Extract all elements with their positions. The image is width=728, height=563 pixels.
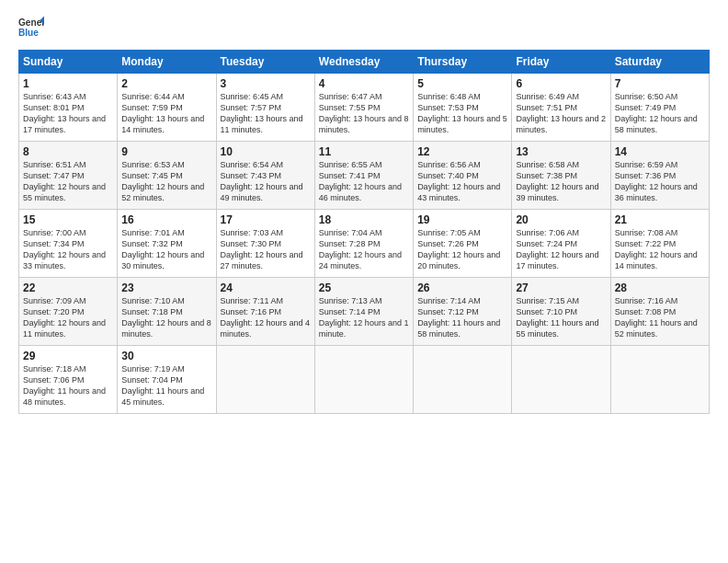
day-info: Sunrise: 7:08 AMSunset: 7:22 PMDaylight:… (615, 228, 698, 270)
day-number: 16 (121, 213, 211, 226)
day-info: Sunrise: 7:05 AMSunset: 7:26 PMDaylight:… (417, 228, 500, 270)
weekday-header-wednesday: Wednesday (314, 51, 413, 74)
day-info: Sunrise: 6:50 AMSunset: 7:49 PMDaylight:… (615, 92, 698, 134)
calendar-cell: 2Sunrise: 6:44 AMSunset: 7:59 PMDaylight… (118, 74, 216, 142)
calendar-cell: 20Sunrise: 7:06 AMSunset: 7:24 PMDayligh… (512, 210, 610, 278)
day-number: 3 (221, 77, 311, 90)
day-number: 29 (23, 350, 113, 362)
day-info: Sunrise: 6:48 AMSunset: 7:53 PMDaylight:… (417, 92, 507, 134)
calendar-cell: 9Sunrise: 6:53 AMSunset: 7:45 PMDaylight… (118, 142, 216, 210)
calendar-cell: 19Sunrise: 7:05 AMSunset: 7:26 PMDayligh… (414, 210, 512, 278)
calendar-cell: 26Sunrise: 7:14 AMSunset: 7:12 PMDayligh… (414, 278, 512, 346)
day-number: 15 (23, 213, 113, 226)
weekday-header-thursday: Thursday (414, 51, 512, 74)
calendar-table: SundayMondayTuesdayWednesdayThursdayFrid… (18, 50, 710, 414)
day-info: Sunrise: 7:11 AMSunset: 7:16 PMDaylight:… (221, 296, 311, 339)
calendar-cell: 10Sunrise: 6:54 AMSunset: 7:43 PMDayligh… (216, 142, 314, 210)
day-info: Sunrise: 6:44 AMSunset: 7:59 PMDaylight:… (121, 92, 204, 134)
calendar-cell: 23Sunrise: 7:10 AMSunset: 7:18 PMDayligh… (118, 278, 216, 346)
day-number: 14 (615, 145, 705, 158)
calendar-cell: 13Sunrise: 6:58 AMSunset: 7:38 PMDayligh… (512, 142, 610, 210)
day-number: 25 (319, 282, 409, 294)
day-info: Sunrise: 6:51 AMSunset: 7:47 PMDaylight:… (23, 160, 106, 202)
day-number: 20 (516, 213, 606, 226)
svg-text:General: General (18, 17, 44, 28)
day-info: Sunrise: 7:00 AMSunset: 7:34 PMDaylight:… (23, 228, 106, 270)
calendar-cell: 15Sunrise: 7:00 AMSunset: 7:34 PMDayligh… (19, 210, 118, 278)
calendar-cell: 18Sunrise: 7:04 AMSunset: 7:28 PMDayligh… (314, 210, 413, 278)
day-number: 1 (23, 77, 113, 90)
day-number: 28 (615, 282, 705, 294)
calendar-cell: 3Sunrise: 6:45 AMSunset: 7:57 PMDaylight… (216, 74, 314, 142)
day-info: Sunrise: 6:47 AMSunset: 7:55 PMDaylight:… (319, 92, 409, 134)
day-number: 18 (319, 213, 409, 226)
calendar-cell: 6Sunrise: 6:49 AMSunset: 7:51 PMDaylight… (512, 74, 610, 142)
day-number: 22 (23, 282, 113, 294)
day-info: Sunrise: 6:43 AMSunset: 8:01 PMDaylight:… (23, 92, 106, 134)
day-number: 10 (221, 145, 311, 158)
calendar-cell: 30Sunrise: 7:19 AMSunset: 7:04 PMDayligh… (118, 346, 216, 414)
calendar-cell (314, 346, 413, 414)
calendar-cell: 4Sunrise: 6:47 AMSunset: 7:55 PMDaylight… (314, 74, 413, 142)
day-info: Sunrise: 6:49 AMSunset: 7:51 PMDaylight:… (516, 92, 606, 134)
day-info: Sunrise: 7:16 AMSunset: 7:08 PMDaylight:… (615, 296, 698, 339)
day-number: 17 (221, 213, 311, 226)
calendar-cell: 21Sunrise: 7:08 AMSunset: 7:22 PMDayligh… (610, 210, 709, 278)
calendar-cell: 11Sunrise: 6:55 AMSunset: 7:41 PMDayligh… (314, 142, 413, 210)
day-info: Sunrise: 7:18 AMSunset: 7:06 PMDaylight:… (23, 364, 106, 407)
day-number: 6 (516, 77, 606, 90)
day-number: 7 (615, 77, 705, 90)
day-info: Sunrise: 6:56 AMSunset: 7:40 PMDaylight:… (417, 160, 500, 202)
page: General Blue SundayMondayTuesdayWednesda… (0, 0, 728, 563)
day-info: Sunrise: 6:54 AMSunset: 7:43 PMDaylight:… (221, 160, 303, 202)
day-number: 8 (23, 145, 113, 158)
weekday-header-monday: Monday (118, 51, 216, 74)
day-info: Sunrise: 7:06 AMSunset: 7:24 PMDaylight:… (516, 228, 598, 270)
day-info: Sunrise: 7:10 AMSunset: 7:18 PMDaylight:… (121, 296, 211, 339)
day-info: Sunrise: 7:03 AMSunset: 7:30 PMDaylight:… (221, 228, 303, 270)
calendar-cell: 29Sunrise: 7:18 AMSunset: 7:06 PMDayligh… (19, 346, 118, 414)
day-info: Sunrise: 7:09 AMSunset: 7:20 PMDaylight:… (23, 296, 106, 339)
day-info: Sunrise: 6:45 AMSunset: 7:57 PMDaylight:… (221, 92, 303, 134)
day-info: Sunrise: 6:55 AMSunset: 7:41 PMDaylight:… (319, 160, 402, 202)
day-info: Sunrise: 6:59 AMSunset: 7:36 PMDaylight:… (615, 160, 698, 202)
day-number: 12 (417, 145, 507, 158)
day-number: 2 (121, 77, 211, 90)
logo-icon: General Blue (18, 15, 44, 40)
day-info: Sunrise: 6:53 AMSunset: 7:45 PMDaylight:… (121, 160, 204, 202)
calendar-cell (512, 346, 610, 414)
day-number: 11 (319, 145, 409, 158)
day-number: 9 (121, 145, 211, 158)
weekday-header-saturday: Saturday (610, 51, 709, 74)
calendar-cell: 22Sunrise: 7:09 AMSunset: 7:20 PMDayligh… (19, 278, 118, 346)
logo: General Blue (18, 15, 44, 40)
calendar-cell: 24Sunrise: 7:11 AMSunset: 7:16 PMDayligh… (216, 278, 314, 346)
day-number: 4 (319, 77, 409, 90)
weekday-header-sunday: Sunday (19, 51, 118, 74)
weekday-header-friday: Friday (512, 51, 610, 74)
day-number: 5 (417, 77, 507, 90)
header: General Blue (18, 15, 710, 40)
calendar-cell: 28Sunrise: 7:16 AMSunset: 7:08 PMDayligh… (610, 278, 709, 346)
calendar-cell: 5Sunrise: 6:48 AMSunset: 7:53 PMDaylight… (414, 74, 512, 142)
calendar-cell: 12Sunrise: 6:56 AMSunset: 7:40 PMDayligh… (414, 142, 512, 210)
day-number: 30 (121, 350, 211, 362)
day-info: Sunrise: 6:58 AMSunset: 7:38 PMDaylight:… (516, 160, 598, 202)
calendar-cell (414, 346, 512, 414)
day-number: 19 (417, 213, 507, 226)
day-info: Sunrise: 7:15 AMSunset: 7:10 PMDaylight:… (516, 296, 598, 339)
day-number: 13 (516, 145, 606, 158)
calendar-cell (216, 346, 314, 414)
day-info: Sunrise: 7:14 AMSunset: 7:12 PMDaylight:… (417, 296, 500, 339)
day-number: 27 (516, 282, 606, 294)
calendar-cell: 17Sunrise: 7:03 AMSunset: 7:30 PMDayligh… (216, 210, 314, 278)
day-number: 21 (615, 213, 705, 226)
calendar-cell: 7Sunrise: 6:50 AMSunset: 7:49 PMDaylight… (610, 74, 709, 142)
day-number: 24 (221, 282, 311, 294)
calendar-cell (610, 346, 709, 414)
day-number: 26 (417, 282, 507, 294)
calendar-cell: 14Sunrise: 6:59 AMSunset: 7:36 PMDayligh… (610, 142, 709, 210)
day-info: Sunrise: 7:04 AMSunset: 7:28 PMDaylight:… (319, 228, 402, 270)
calendar-cell: 16Sunrise: 7:01 AMSunset: 7:32 PMDayligh… (118, 210, 216, 278)
calendar-cell: 25Sunrise: 7:13 AMSunset: 7:14 PMDayligh… (314, 278, 413, 346)
